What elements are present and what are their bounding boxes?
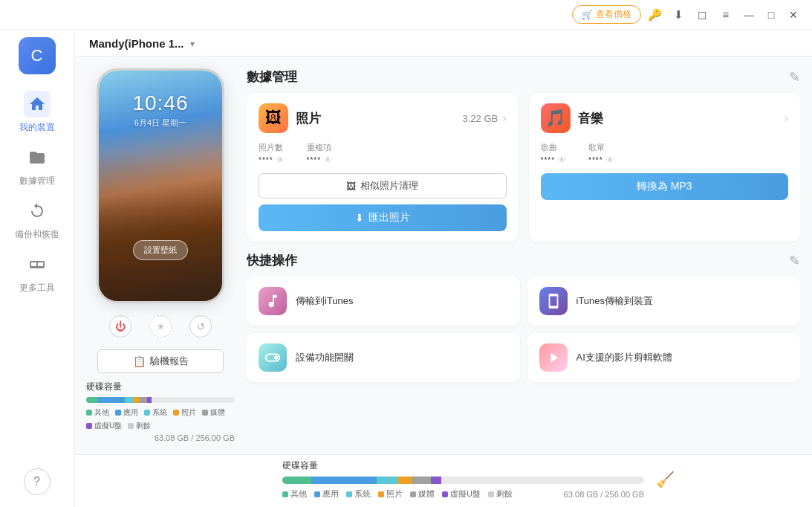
content-area: Mandy(iPhone 1... ▾ 10:46 6月4日 星期一 設置壁紙	[74, 30, 812, 507]
quick-item-transfer-to-itunes[interactable]: 傳輸到iTunes	[247, 277, 520, 326]
photos-card-header: 🖼 照片 3.22 GB ›	[259, 103, 507, 133]
playlist-label: 歌單	[588, 142, 614, 153]
phone-time: 10:46	[132, 91, 188, 115]
download-icon[interactable]: ⬇	[668, 4, 689, 25]
quick-section-edit-icon[interactable]: ✎	[789, 253, 800, 269]
transfer-to-itunes-label: 傳輸到iTunes	[296, 294, 354, 308]
bottom-legend-remaining: 剩餘	[488, 488, 513, 500]
similar-photos-clean-button[interactable]: 🖼 相似照片清理	[259, 173, 507, 198]
data-section-edit-icon[interactable]: ✎	[789, 69, 800, 85]
legend-dot-remaining	[128, 423, 134, 429]
bottom-storage-total: 63.08 GB / 256.00 GB	[564, 490, 644, 499]
songs-stat: 歌曲 **** 👁	[541, 142, 567, 164]
sidebar: C 我的裝置 數據管理 備份和恢復 更多工具	[0, 30, 74, 507]
close-button[interactable]: ✕	[784, 5, 803, 25]
menu-icon[interactable]: ≡	[715, 4, 736, 25]
bottom-storage-title: 硬碟容量	[282, 459, 644, 472]
price-button[interactable]: 🛒 查看價格	[572, 5, 641, 24]
data-section: 數據管理 ✎ 🖼 照片	[247, 68, 800, 242]
bottom-legend-other: 其他	[282, 488, 307, 500]
sidebar-item-backup[interactable]: 備份和恢復	[7, 193, 67, 245]
music-title: 音樂	[578, 110, 603, 127]
legend-label-remaining: 剩餘	[136, 421, 151, 431]
legend-label-apps: 應用	[123, 407, 138, 418]
legend-dot-system	[144, 410, 150, 416]
asterisk-button[interactable]: ✳	[149, 315, 172, 338]
quick-section-header: 快捷操作 ✎	[247, 252, 800, 269]
photos-dup-value: **** 👁	[307, 155, 333, 164]
itunes-in-icon	[539, 287, 568, 315]
device-name: Mandy(iPhone 1...	[89, 37, 184, 50]
seg-media	[140, 397, 147, 403]
storage-bar-container: 硬碟容量 其他 應用 系統 照片 媒體 虛擬U盤 剩餘	[282, 459, 644, 500]
seg-system	[125, 397, 134, 403]
diagnostics-icon: 📋	[133, 355, 146, 367]
clean-button[interactable]: 🧹	[652, 466, 678, 493]
convert-mp3-button[interactable]: 轉換為 MP3	[541, 173, 789, 200]
phone-panel: 10:46 6月4日 星期一 設置壁紙 ⏻ ✳ ↺ 📋 驗機報告	[86, 68, 235, 442]
clean-icon: 🧹	[656, 471, 675, 488]
sidebar-item-my-device[interactable]: 我的裝置	[7, 86, 67, 138]
bottom-storage: 硬碟容量 其他 應用 系統 照片 媒體 虛擬U盤 剩餘	[74, 454, 812, 507]
bottom-storage-bar	[282, 477, 644, 484]
set-wallpaper-button[interactable]: 設置壁紙	[133, 240, 188, 260]
titlebar-actions: 🛒 查看價格 🔑 ⬇ ◻ ≡ — □ ✕	[572, 4, 803, 25]
cart-icon: 🛒	[582, 10, 593, 20]
quick-item-ai-video[interactable]: AI支援的影片剪輯軟體	[527, 333, 801, 382]
diagnostics-button[interactable]: 📋 驗機報告	[97, 349, 224, 373]
legend-media: 媒體	[202, 407, 225, 418]
bottom-dot-virtual	[442, 491, 448, 497]
music-chevron-icon[interactable]: ›	[785, 112, 788, 125]
photos-dup-stat: 重複項 **** 👁	[307, 142, 333, 164]
phone-controls: ⏻ ✳ ↺	[109, 311, 212, 342]
bottom-legend: 其他 應用 系統 照片 媒體 虛擬U盤 剩餘 63.08 GB / 256.00…	[282, 488, 644, 500]
photos-chevron-icon[interactable]: ›	[502, 112, 506, 125]
photos-size-row: 3.22 GB ›	[462, 112, 506, 125]
folder-icon	[24, 144, 51, 171]
tools-icon	[24, 251, 51, 278]
music-title-row: 🎵 音樂	[541, 103, 603, 133]
data-cards: 🖼 照片 3.22 GB ›	[247, 93, 800, 242]
playlist-stat: 歌單 **** 👁	[588, 142, 614, 164]
quick-item-device-features[interactable]: 設備功能開關	[247, 333, 520, 382]
chevron-down-icon[interactable]: ▾	[190, 39, 195, 49]
legend-apps: 應用	[115, 407, 138, 418]
maximize-button[interactable]: □	[761, 5, 781, 25]
sidebar-item-data-mgmt[interactable]: 數據管理	[7, 140, 67, 192]
music-stats: 歌曲 **** 👁 歌單 ****	[541, 142, 789, 164]
sidebar-label-backup: 備份和恢復	[15, 228, 59, 241]
quick-item-itunes-to-device[interactable]: iTunes傳輸到裝置	[527, 277, 801, 326]
power-button[interactable]: ⏻	[109, 315, 131, 338]
seg-photos	[134, 397, 140, 403]
box-icon[interactable]: ◻	[692, 4, 712, 25]
playlist-value: **** 👁	[588, 155, 614, 164]
export-photos-button[interactable]: ⬇ 匯出照片	[259, 204, 507, 231]
photos-count-eye-icon[interactable]: 👁	[276, 155, 285, 164]
phone-mockup: 10:46 6月4日 星期一 設置壁紙	[97, 68, 224, 303]
export-label: 匯出照片	[368, 211, 410, 225]
songs-eye-icon[interactable]: 👁	[558, 155, 566, 164]
quick-grid: 傳輸到iTunes iTunes傳輸到裝置 設備功能	[247, 277, 800, 382]
playlist-eye-icon[interactable]: 👁	[606, 155, 614, 164]
photos-actions: 🖼 相似照片清理 ⬇ 匯出照片	[259, 173, 507, 231]
photos-card: 🖼 照片 3.22 GB ›	[247, 93, 519, 242]
device-header: Mandy(iPhone 1... ▾	[74, 30, 812, 56]
mp3-label: 轉換為 MP3	[637, 180, 692, 193]
help-button[interactable]: ?	[24, 468, 51, 495]
storage-legend: 其他 應用 系統 照片 媒體 虛擬U盤 剩餘	[86, 407, 235, 431]
bottom-dot-photos	[378, 491, 384, 497]
key-icon[interactable]: 🔑	[644, 4, 665, 25]
sidebar-item-more-tools[interactable]: 更多工具	[7, 247, 67, 299]
photos-size: 3.22 GB	[462, 113, 498, 124]
photos-dup-dots: ****	[307, 156, 322, 164]
data-section-header: 數據管理 ✎	[247, 68, 800, 85]
photos-dup-eye-icon[interactable]: 👁	[324, 155, 332, 164]
home-icon	[24, 91, 51, 117]
refresh-button[interactable]: ↺	[189, 315, 212, 338]
main-split: 10:46 6月4日 星期一 設置壁紙 ⏻ ✳ ↺ 📋 驗機報告	[74, 56, 812, 454]
legend-dot-photos	[173, 410, 179, 416]
minimize-button[interactable]: —	[739, 5, 759, 25]
device-features-label: 設備功能開關	[296, 351, 354, 364]
bottom-legend-virtual: 虛擬U盤	[442, 488, 481, 500]
diagnostics-label: 驗機報告	[150, 355, 189, 368]
